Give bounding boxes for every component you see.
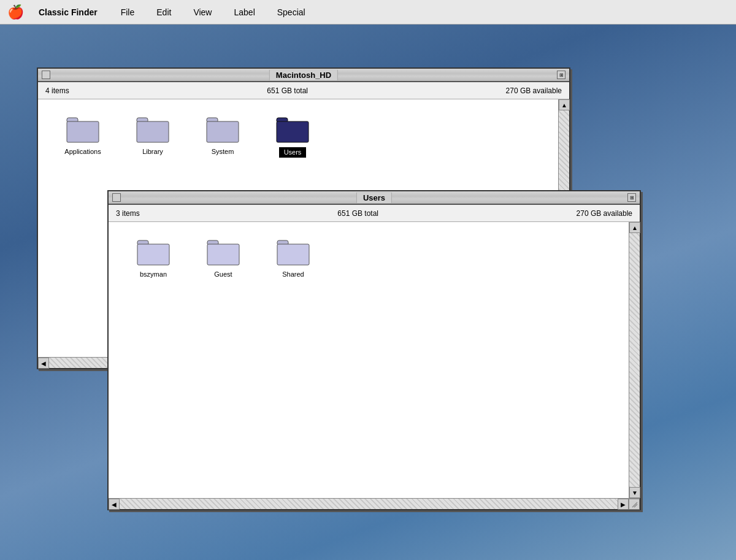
icon-guest[interactable]: Guest [196,237,251,279]
menu-file[interactable]: File [117,6,139,18]
window-title-users: Users [356,193,392,203]
label-shared: Shared [280,270,305,279]
icon-bszyman[interactable]: bszyman [126,237,181,279]
scroll-track-users[interactable] [629,233,640,487]
svg-rect-3 [137,121,169,142]
label-bszyman: bszyman [138,270,169,279]
hscroll-track-users[interactable] [120,499,618,509]
svg-rect-5 [207,121,239,142]
menu-edit[interactable]: Edit [153,6,175,18]
users-total: 651 GB total [140,209,577,218]
infobar-hd: 4 items 651 GB total 270 GB available [38,82,569,99]
icon-area-users: bszyman Guest [109,222,629,498]
window-title-hd: Macintosh_HD [269,70,338,80]
titlebar-hd[interactable]: Macintosh_HD ⊞ [38,69,569,82]
icon-library[interactable]: Library [125,114,180,158]
folder-icon-applications [66,114,100,145]
svg-rect-11 [137,244,169,265]
folder-icon-system [205,114,240,145]
folder-icon-shared [276,237,310,267]
label-system: System [210,147,236,156]
zoom-button-hd[interactable]: ⊞ [557,71,565,79]
scroll-up-users[interactable]: ▲ [629,222,640,233]
titlebar-users[interactable]: Users ⊞ [109,191,640,205]
label-applications: Applications [63,147,102,156]
label-users: Users [279,147,307,158]
svg-rect-1 [67,121,99,142]
users-available: 270 GB available [577,209,632,218]
label-guest: Guest [212,270,234,279]
icon-shared[interactable]: Shared [266,237,321,279]
infobar-users: 3 items 651 GB total 270 GB available [109,205,640,222]
users-item-count: 3 items [116,209,140,218]
window-users: Users ⊞ 3 items 651 GB total 270 GB avai… [107,190,641,510]
scroll-down-users[interactable]: ▼ [629,487,640,498]
icon-applications[interactable]: Applications [55,114,110,158]
label-library: Library [140,147,165,156]
scroll-left-hd[interactable]: ◀ [38,358,49,369]
menu-label[interactable]: Label [230,6,258,18]
folder-icon-users [275,114,310,145]
svg-rect-7 [277,121,309,142]
folder-icon-library [136,114,170,145]
folder-icon-bszyman [136,237,171,267]
hd-available: 270 GB available [506,86,562,95]
folder-icon-guest [206,237,240,267]
menubar: 🍎 Classic Finder File Edit View Label Sp… [0,0,736,25]
scroll-left-users[interactable]: ◀ [109,499,120,510]
icon-system[interactable]: System [195,114,250,158]
app-name: Classic Finder [39,7,98,17]
svg-rect-15 [277,244,309,265]
menu-view[interactable]: View [190,6,215,18]
scrollbar-users[interactable]: ▲ ▼ [629,222,640,498]
zoom-button-users[interactable]: ⊞ [627,193,636,202]
svg-rect-13 [207,244,239,265]
scroll-up-hd[interactable]: ▲ [559,99,570,110]
apple-menu[interactable]: 🍎 [7,4,24,20]
size-box-users [629,499,640,510]
close-button-hd[interactable] [42,71,50,79]
hd-total: 651 GB total [69,86,506,95]
icon-users[interactable]: Users [265,114,320,158]
menu-special[interactable]: Special [274,6,309,18]
hscrollbar-users[interactable]: ◀ ▶ [109,498,640,509]
scroll-right-users[interactable]: ▶ [618,499,629,510]
hd-item-count: 4 items [45,86,69,95]
close-button-users[interactable] [112,193,121,202]
